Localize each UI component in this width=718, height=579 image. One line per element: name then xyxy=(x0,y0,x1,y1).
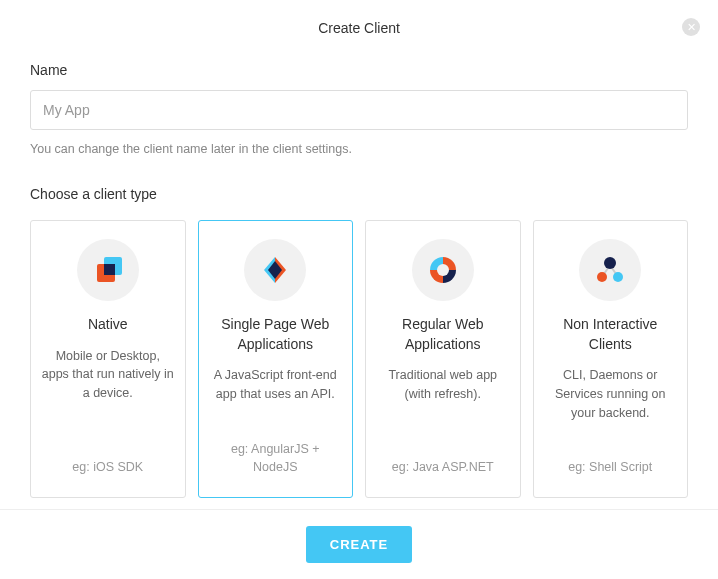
native-icon xyxy=(77,239,139,301)
card-title: Single Page Web Applications xyxy=(209,315,343,354)
card-title: Regular Web Applications xyxy=(376,315,510,354)
card-desc: Mobile or Desktop, apps that run nativel… xyxy=(41,347,175,403)
name-input[interactable] xyxy=(30,90,688,130)
close-button[interactable]: ✕ xyxy=(682,18,700,36)
card-desc: Traditional web app (with refresh). xyxy=(376,366,510,404)
svg-point-11 xyxy=(613,272,623,282)
card-desc: CLI, Daemons or Services running on your… xyxy=(544,366,678,422)
card-title: Native xyxy=(88,315,128,335)
name-label: Name xyxy=(30,62,688,78)
card-native[interactable]: Native Mobile or Desktop, apps that run … xyxy=(30,220,186,498)
regular-web-icon xyxy=(412,239,474,301)
client-type-label: Choose a client type xyxy=(30,186,688,202)
card-non-interactive[interactable]: Non Interactive Clients CLI, Daemons or … xyxy=(533,220,689,498)
svg-rect-2 xyxy=(104,264,115,275)
create-button[interactable]: CREATE xyxy=(306,526,412,563)
svg-point-6 xyxy=(437,264,449,276)
card-title: Non Interactive Clients xyxy=(544,315,678,354)
card-regular-web[interactable]: Regular Web Applications Traditional web… xyxy=(365,220,521,498)
svg-point-10 xyxy=(597,272,607,282)
non-interactive-icon xyxy=(579,239,641,301)
spa-icon xyxy=(244,239,306,301)
card-example: eg: Java ASP.NET xyxy=(392,458,494,477)
close-icon: ✕ xyxy=(687,22,696,33)
card-example: eg: iOS SDK xyxy=(72,458,143,477)
card-spa[interactable]: Single Page Web Applications A JavaScrip… xyxy=(198,220,354,498)
card-example: eg: Shell Script xyxy=(568,458,652,477)
card-desc: A JavaScript front-end app that uses an … xyxy=(209,366,343,404)
modal-title: Create Client xyxy=(0,0,718,36)
name-helper: You can change the client name later in … xyxy=(30,142,688,156)
card-example: eg: AngularJS + NodeJS xyxy=(209,440,343,478)
svg-point-9 xyxy=(604,257,616,269)
client-type-cards: Native Mobile or Desktop, apps that run … xyxy=(30,220,688,498)
modal-footer: CREATE xyxy=(0,509,718,579)
